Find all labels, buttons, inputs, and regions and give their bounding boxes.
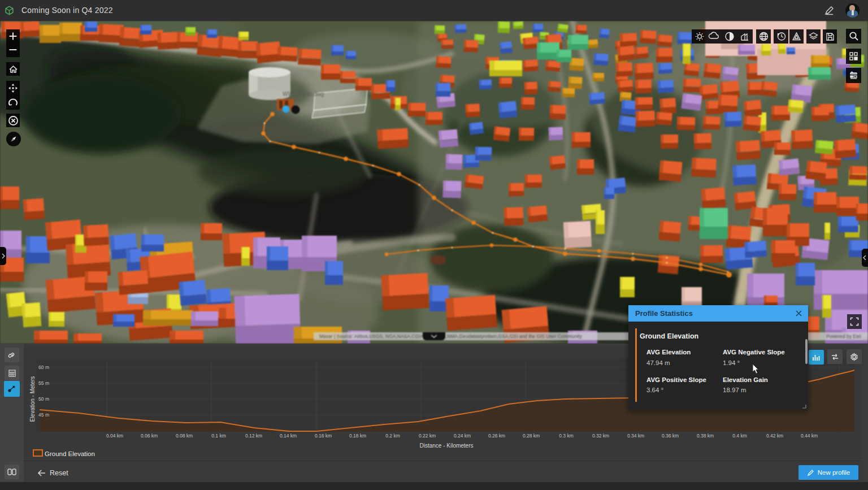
svg-text:0.22 km: 0.22 km [419, 433, 436, 439]
svg-text:0.44 km: 0.44 km [801, 433, 818, 439]
svg-text:0.2 km: 0.2 km [385, 433, 400, 439]
svg-text:0.28 km: 0.28 km [523, 433, 540, 439]
svg-text:0.34 km: 0.34 km [627, 433, 644, 439]
svg-text:WWTP-Site.dwg: WWTP-Site.dwg [283, 91, 324, 97]
svg-text:55 m: 55 m [38, 380, 49, 386]
svg-text:0.32 km: 0.32 km [592, 433, 609, 439]
svg-text:0.24 km: 0.24 km [454, 433, 471, 439]
svg-text:0.1 km: 0.1 km [211, 433, 226, 439]
svg-text:0.16 km: 0.16 km [315, 433, 332, 439]
svg-text:60 m: 60 m [38, 365, 49, 370]
svg-text:Distance - Kilometers: Distance - Kilometers [419, 443, 473, 449]
svg-text:0.38 km: 0.38 km [697, 433, 714, 439]
svg-text:0.06 km: 0.06 km [141, 433, 158, 439]
svg-text:45 m: 45 m [38, 412, 49, 418]
svg-text:0.08 km: 0.08 km [176, 433, 193, 439]
svg-text:0.3 km: 0.3 km [559, 433, 574, 439]
svg-text:0.12 km: 0.12 km [245, 433, 262, 439]
svg-text:Maxar | Source: Airbus,USGS, N: Maxar | Source: Airbus,USGS, NGA,NASA,CG… [319, 333, 582, 339]
svg-text:0.14 km: 0.14 km [280, 433, 297, 439]
svg-text:0.36 km: 0.36 km [662, 433, 679, 439]
svg-text:0.42 km: 0.42 km [766, 433, 783, 439]
svg-text:Elevation - Meters: Elevation - Meters [29, 376, 36, 422]
svg-text:0.04 km: 0.04 km [106, 433, 123, 439]
svg-text:Ground Elevation: Ground Elevation [45, 450, 95, 457]
svg-text:0.4 km: 0.4 km [732, 433, 747, 439]
svg-text:0.18 km: 0.18 km [349, 433, 366, 439]
svg-text:50 m: 50 m [38, 396, 49, 402]
svg-text:Powered by Esri: Powered by Esri [826, 333, 861, 339]
svg-text:0.26 km: 0.26 km [488, 433, 505, 439]
